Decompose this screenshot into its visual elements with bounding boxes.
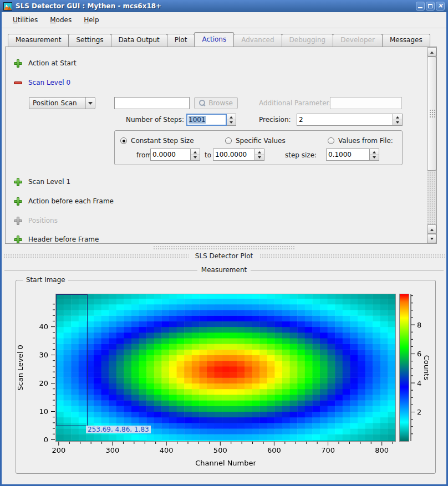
- plot-group-title: Start Image: [23, 276, 68, 284]
- action-item-label: Positions: [28, 217, 58, 224]
- radio-icon: [328, 137, 334, 144]
- spin-up-button[interactable]: [255, 149, 264, 155]
- spin-down-button[interactable]: [227, 120, 236, 126]
- spin-down-button[interactable]: [191, 155, 200, 161]
- window-border: [0, 12, 2, 486]
- to-input[interactable]: [213, 149, 255, 161]
- scan-mode-select[interactable]: Position Scan: [29, 97, 95, 109]
- arrow-down-icon: [373, 156, 376, 160]
- scrollbar-thumb[interactable]: [427, 57, 436, 171]
- action-item-scan-level-0[interactable]: Scan Level 0: [14, 78, 70, 88]
- action-item-action-before-each-frame[interactable]: Action before each Frame: [14, 196, 114, 206]
- radio-label: Specific Values: [236, 137, 286, 145]
- action-item-scan-level-1[interactable]: Scan Level 1: [14, 177, 70, 187]
- radio-icon: [225, 137, 232, 144]
- remove-icon: [14, 79, 22, 87]
- action-item-label: Scan Level 0: [28, 79, 70, 86]
- app-window: SLS Detector GUI : Mythen - mcs6x18+ × U…: [0, 0, 448, 486]
- tab-messages[interactable]: Messages: [382, 34, 430, 47]
- action-item-header-before-frame[interactable]: Header before Frame: [14, 234, 99, 244]
- tab-plot[interactable]: Plot: [167, 34, 195, 47]
- arrow-up-icon: [258, 150, 261, 154]
- actions-tab-panel: Action at Start Scan Level 0 Position Sc…: [5, 47, 437, 244]
- spin-buttons: [227, 114, 236, 126]
- cursor-readout: 253.69, 4.86, 1.83: [86, 426, 151, 433]
- grip-dots-icon: [429, 109, 435, 118]
- spin-buttons: [191, 149, 200, 161]
- step-size-input[interactable]: [326, 149, 370, 161]
- spin-up-button[interactable]: [393, 114, 402, 120]
- browse-button: Browse: [194, 97, 238, 109]
- number-of-steps-spinbox[interactable]: 1001: [186, 114, 236, 126]
- from-input[interactable]: [150, 149, 191, 161]
- spin-up-button[interactable]: [370, 149, 379, 155]
- spin-buttons: [370, 149, 379, 161]
- action-item-action-at-start[interactable]: Action at Start: [14, 58, 77, 68]
- colorbar: [399, 294, 409, 442]
- step-size-spinbox[interactable]: [326, 149, 379, 161]
- start-image-plot: Start Image 2003004005006007008000102030…: [16, 276, 436, 474]
- radio-specific-values[interactable]: Specific Values: [225, 136, 286, 145]
- minimize-button[interactable]: [416, 2, 425, 11]
- action-item-label: Action before each Frame: [28, 197, 114, 205]
- spin-buttons: [255, 149, 264, 161]
- from-spinbox[interactable]: [150, 149, 200, 161]
- plot-dock-titlebar[interactable]: SLS Detector Plot: [3, 251, 445, 260]
- to-label: to: [205, 151, 211, 160]
- tab-settings[interactable]: Settings: [68, 34, 111, 47]
- tab-data-output[interactable]: Data Output: [111, 34, 167, 47]
- precision-spinbox[interactable]: [297, 114, 403, 126]
- minimize-icon: [418, 7, 422, 8]
- tab-advanced: Advanced: [233, 34, 282, 47]
- number-of-steps-label: Number of Steps:: [114, 116, 184, 125]
- menu-help[interactable]: Help: [79, 14, 104, 25]
- menu-modes[interactable]: Modes: [45, 14, 77, 25]
- radio-constant-step-size[interactable]: Constant Step Size: [120, 136, 194, 145]
- arrow-down-icon: [430, 237, 434, 241]
- spin-down-button[interactable]: [370, 155, 379, 161]
- app-icon: [3, 2, 12, 11]
- arrow-up-icon: [396, 115, 399, 119]
- add-icon: [14, 59, 22, 68]
- splitter-handle[interactable]: [153, 245, 295, 249]
- add-icon: [14, 197, 22, 206]
- scroll-down-button[interactable]: [427, 234, 436, 243]
- heatmap-canvas[interactable]: [55, 294, 396, 442]
- scroll-up-button[interactable]: [427, 47, 436, 57]
- window-title: SLS Detector GUI : Mythen - mcs6x18+: [16, 2, 416, 10]
- number-of-steps-field[interactable]: 1001: [186, 114, 227, 126]
- add-icon: [14, 236, 22, 244]
- menubar: UtilitiesModesHelp: [2, 12, 446, 28]
- arrow-up-icon: [230, 115, 233, 119]
- window-controls: ×: [416, 2, 445, 11]
- plot-dock-title: SLS Detector Plot: [189, 252, 259, 260]
- to-spinbox[interactable]: [213, 149, 264, 161]
- precision-input[interactable]: [297, 114, 393, 126]
- measurement-group-title: Measurement: [197, 266, 251, 274]
- tab-bar: MeasurementSettingsData OutputPlotAction…: [8, 32, 430, 47]
- close-button[interactable]: ×: [436, 2, 445, 11]
- titlebar[interactable]: SLS Detector GUI : Mythen - mcs6x18+ ×: [0, 0, 448, 12]
- menu-utilities[interactable]: Utilities: [8, 14, 43, 25]
- spin-down-button[interactable]: [255, 155, 264, 161]
- spin-up-button[interactable]: [227, 114, 236, 120]
- action-item-label: Header before Frame: [28, 236, 99, 243]
- additional-parameter-input: [330, 97, 402, 109]
- radio-values-from-file[interactable]: Values from File:: [328, 136, 393, 145]
- spin-up-button[interactable]: [191, 149, 200, 155]
- arrow-up-icon: [373, 150, 376, 154]
- spin-down-button[interactable]: [393, 120, 402, 126]
- scroll-up-button-bottom[interactable]: [427, 224, 436, 234]
- vertical-scrollbar[interactable]: [427, 47, 436, 243]
- scan-script-input[interactable]: [114, 97, 190, 109]
- radio-label: Values from File:: [338, 137, 393, 145]
- action-item-label: Action at Start: [28, 59, 77, 67]
- additional-parameter-label: Additional Parameter:: [259, 99, 331, 108]
- tab-measurement[interactable]: Measurement: [8, 34, 69, 47]
- from-label: from: [136, 151, 152, 160]
- tab-developer: Developer: [333, 34, 383, 47]
- arrow-up-icon: [194, 150, 197, 154]
- number-of-steps-value: 1001: [189, 116, 206, 124]
- tab-actions[interactable]: Actions: [194, 32, 234, 47]
- maximize-button[interactable]: [426, 2, 435, 11]
